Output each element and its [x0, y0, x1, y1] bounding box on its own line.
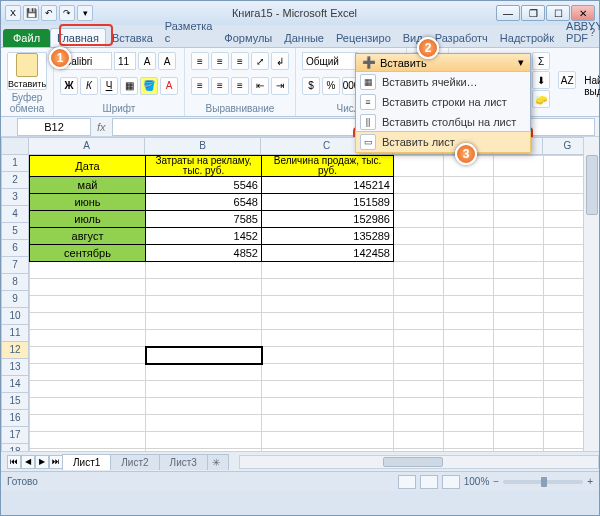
restore-button[interactable]: ❐ [521, 5, 545, 21]
cell[interactable] [146, 364, 262, 381]
horizontal-scrollbar[interactable] [239, 455, 599, 469]
cell[interactable] [494, 177, 544, 194]
cell[interactable] [262, 262, 394, 279]
menu-insert-rows[interactable]: ≡Вставить строки на лист [356, 92, 530, 112]
cell[interactable] [30, 381, 146, 398]
row-header[interactable]: 9 [1, 291, 29, 308]
cell[interactable]: 5546 [146, 177, 262, 194]
cell[interactable]: 7585 [146, 211, 262, 228]
cell[interactable] [262, 330, 394, 347]
cell[interactable] [444, 347, 494, 364]
cell[interactable] [146, 279, 262, 296]
cell[interactable] [262, 364, 394, 381]
align-center-icon[interactable]: ≡ [211, 77, 229, 95]
cell[interactable] [444, 415, 494, 432]
row-header[interactable]: 2 [1, 172, 29, 189]
cell[interactable] [146, 296, 262, 313]
cell[interactable] [262, 432, 394, 449]
cell[interactable] [394, 262, 444, 279]
orientation-icon[interactable]: ⤢ [251, 52, 269, 70]
cell[interactable] [444, 296, 494, 313]
sheet-tab-3[interactable]: Лист3 [159, 454, 208, 470]
cell[interactable] [394, 432, 444, 449]
row-header[interactable]: 15 [1, 393, 29, 410]
vertical-scrollbar[interactable] [583, 137, 599, 451]
tab-insert[interactable]: Вставка [106, 29, 159, 47]
cell[interactable] [30, 313, 146, 330]
cell[interactable] [262, 415, 394, 432]
cell[interactable]: май [30, 177, 146, 194]
cell[interactable] [394, 211, 444, 228]
cell[interactable] [444, 228, 494, 245]
cell[interactable] [494, 364, 544, 381]
row-header[interactable]: 17 [1, 427, 29, 444]
number-format-box[interactable]: Общий [302, 52, 358, 70]
cell[interactable]: Величина продаж, тыс. руб. [262, 156, 394, 177]
autosum-icon[interactable]: Σ [532, 52, 550, 70]
cell[interactable] [30, 398, 146, 415]
cell[interactable]: июль [30, 211, 146, 228]
cell[interactable]: 135289 [262, 228, 394, 245]
col-header-b[interactable]: B [145, 137, 261, 155]
cell[interactable] [394, 364, 444, 381]
merge-icon[interactable]: ⇥ [271, 77, 289, 95]
menu-insert-sheet[interactable]: ▭Вставить лист [355, 131, 531, 153]
cell[interactable] [394, 449, 444, 452]
cell[interactable] [494, 194, 544, 211]
cell[interactable] [394, 228, 444, 245]
new-sheet-button[interactable]: ✳ [207, 454, 229, 470]
zoom-slider[interactable] [503, 480, 583, 484]
cell[interactable]: Затраты на рекламу, тыс. руб. [146, 156, 262, 177]
cell[interactable] [30, 279, 146, 296]
indent-dec-icon[interactable]: ⇤ [251, 77, 269, 95]
sheet-nav-first[interactable]: ⏮ [7, 455, 21, 469]
cell[interactable] [444, 194, 494, 211]
cell[interactable]: Дата [30, 156, 146, 177]
tab-review[interactable]: Рецензиро [330, 29, 397, 47]
cell[interactable] [444, 313, 494, 330]
cell[interactable] [444, 330, 494, 347]
row-header[interactable]: 1 [1, 155, 29, 172]
cell[interactable] [394, 279, 444, 296]
save-icon[interactable]: 💾 [23, 5, 39, 21]
row-header[interactable]: 12 [1, 342, 29, 359]
cell[interactable] [444, 398, 494, 415]
menu-insert-cells[interactable]: ▦Вставить ячейки… [356, 72, 530, 92]
zoom-out-button[interactable]: − [493, 476, 499, 487]
font-size-box[interactable]: 11 [114, 52, 136, 70]
row-header[interactable]: 10 [1, 308, 29, 325]
cell[interactable] [444, 364, 494, 381]
sheet-nav-prev[interactable]: ◀ [21, 455, 35, 469]
row-header[interactable]: 3 [1, 189, 29, 206]
cell[interactable] [494, 156, 544, 177]
cell[interactable] [262, 347, 394, 364]
cell[interactable] [394, 398, 444, 415]
cell[interactable] [146, 262, 262, 279]
vscroll-thumb[interactable] [586, 155, 598, 215]
row-header[interactable]: 7 [1, 257, 29, 274]
cell[interactable] [494, 449, 544, 452]
percent-icon[interactable]: % [322, 77, 340, 95]
ribbon-collapse-icon[interactable]: ˄ [578, 27, 583, 38]
align-bot-icon[interactable]: ≡ [231, 52, 249, 70]
cell[interactable] [262, 398, 394, 415]
excel-icon[interactable]: X [5, 5, 21, 21]
row-header[interactable]: 11 [1, 325, 29, 342]
clear-icon[interactable]: 🧽 [532, 90, 550, 108]
cell[interactable] [494, 398, 544, 415]
cell[interactable] [444, 177, 494, 194]
cell[interactable] [494, 279, 544, 296]
cell[interactable] [494, 245, 544, 262]
redo-icon[interactable]: ↷ [59, 5, 75, 21]
row-header[interactable]: 14 [1, 376, 29, 393]
cell[interactable] [30, 432, 146, 449]
sheet-tab-2[interactable]: Лист2 [110, 454, 159, 470]
row-header[interactable]: 5 [1, 223, 29, 240]
cell[interactable] [444, 262, 494, 279]
cell[interactable] [146, 449, 262, 452]
cell[interactable] [30, 364, 146, 381]
sheet-nav-next[interactable]: ▶ [35, 455, 49, 469]
view-normal-icon[interactable] [398, 475, 416, 489]
grow-font-icon[interactable]: A [138, 52, 156, 70]
cell[interactable] [394, 347, 444, 364]
